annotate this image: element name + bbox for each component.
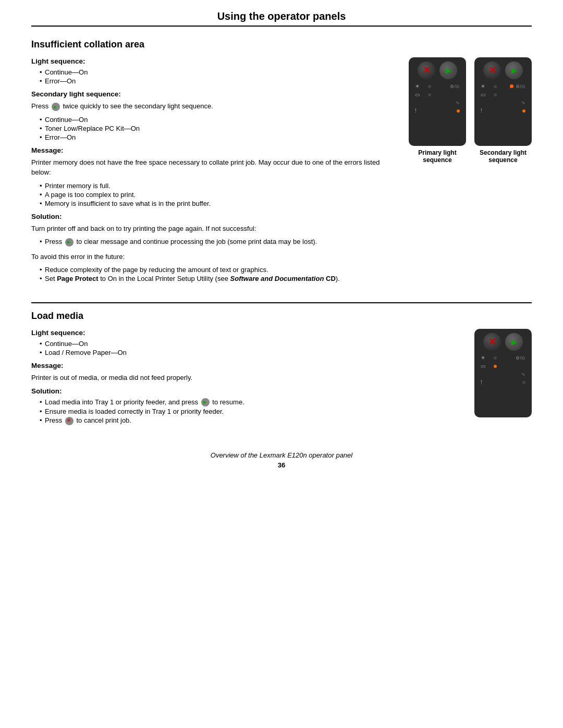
indicator-dot-l1 (494, 356, 497, 360)
toner-icon: ⚙/⊙ (450, 84, 460, 89)
primary-operator-panel: ☀ ⚙/⊙ ▭ (409, 57, 466, 146)
load-light-sequence-list: Continue—On Load / Remove Paper—On (31, 340, 464, 356)
indicator-row-2: ▭ (415, 92, 460, 97)
solution-press-list: Press to clear message and continue proc… (31, 238, 398, 246)
indicator-dot-1 (428, 85, 431, 88)
list-item: Press to clear message and continue proc… (40, 238, 398, 246)
load-media-section: Load media Light sequence: Continue—On L… (31, 311, 532, 430)
load-media-panel-image: ☀ ⚙/⊙ ▭ ∿ (474, 329, 532, 417)
indicator-error-dot-l (522, 381, 525, 384)
panel-indicators-primary: ☀ ⚙/⊙ ▭ (413, 83, 462, 114)
list-item: Set Page Protect to On in the Local Prin… (40, 275, 398, 282)
paper-icon-l: ▭ (481, 363, 485, 369)
footer: Overview of the Lexmark E120n operator p… (31, 451, 532, 469)
toner-dot-orange (510, 84, 513, 88)
paper-icon-s: ▭ (481, 92, 485, 97)
indicator-row-3: ∿ (415, 100, 460, 105)
continue-button-primary (439, 61, 457, 79)
continue-icon-load (201, 398, 210, 406)
load-solution-list: Load media into Tray 1 or priority feede… (31, 398, 464, 425)
message-list: Printer memory is full. A page is too co… (31, 182, 398, 207)
primary-panel-group: ☀ ⚙/⊙ ▭ (409, 57, 466, 164)
load-media-layout: Light sequence: Continue—On Load / Remov… (31, 329, 532, 430)
paper-icon: ▭ (415, 92, 420, 97)
light-sequence-heading: Light sequence: (31, 57, 398, 65)
footer-page: 36 (31, 461, 532, 469)
bulb-icon-s: ☀ (481, 83, 485, 89)
list-item: Error—On (40, 77, 398, 85)
error-icon-l: ! (481, 379, 482, 385)
solution-avoid-list: Reduce complexity of the page by reducin… (31, 266, 398, 282)
bulb-icon: ☀ (415, 83, 420, 89)
indicator-row-s2: ▭ (481, 92, 525, 97)
indicator-row-4: ! (415, 108, 460, 114)
list-item: Load media into Tray 1 or priority feede… (40, 398, 464, 407)
message-heading: Message: (31, 146, 398, 154)
insufficient-collation-section: Insufficient collation area Light sequen… (31, 39, 532, 288)
list-item: Memory is insufficient to save what is i… (40, 200, 398, 207)
list-item: Error—On (40, 133, 398, 141)
cancel-icon-load (65, 417, 74, 425)
footer-text: Overview of the Lexmark E120n operator p… (31, 451, 532, 459)
indicator-dot-l2 (494, 365, 497, 368)
cancel-button-secondary (483, 61, 501, 79)
list-item: A page is too complex to print. (40, 191, 398, 199)
load-media-text: Light sequence: Continue—On Load / Remov… (31, 329, 464, 430)
indicator-row-l3: ∿ (481, 372, 525, 377)
indicator-row-l1: ☀ ⚙/⊙ (481, 355, 525, 361)
indicator-row-l2: ▭ (481, 363, 525, 369)
panel-buttons-primary (418, 61, 457, 79)
error-icon: ! (415, 108, 417, 114)
secondary-label-text: Secondary light sequence (480, 149, 527, 164)
load-light-sequence-heading: Light sequence: (31, 329, 464, 337)
indicator-row-1: ☀ ⚙/⊙ (415, 83, 460, 89)
indicator-error-dot (457, 109, 460, 113)
list-item: Ensure media is loaded correctly in Tray… (40, 408, 464, 415)
continue-button-secondary (505, 61, 523, 79)
indicator-error-dot-s (522, 109, 525, 113)
toner-icon-l: ⚙/⊙ (516, 355, 525, 361)
list-item: Continue—On (40, 340, 464, 348)
solution-text2: To avoid this error in the future: (31, 252, 398, 262)
solution-text1: Turn printer off and back on to try prin… (31, 224, 398, 234)
indicator-row-l4: ! (481, 379, 525, 385)
load-operator-panel: ☀ ⚙/⊙ ▭ ∿ (474, 329, 532, 417)
indicator-dot-s1 (494, 85, 497, 88)
panel-images: ☀ ⚙/⊙ ▭ (409, 57, 532, 164)
panel-buttons-secondary (483, 61, 523, 79)
bulb-icon-l: ☀ (481, 355, 485, 361)
error-icon-s: ! (481, 108, 482, 114)
wave-icon: ∿ (456, 100, 460, 105)
insufficient-collation-layout: Light sequence: Continue—On Error—On Sec… (31, 57, 532, 288)
secondary-light-sequence-heading: Secondary light sequence: (31, 90, 398, 98)
page-title: Using the operator panels (217, 10, 346, 22)
insufficient-collation-text: Light sequence: Continue—On Error—On Sec… (31, 57, 398, 288)
indicator-dot-s2 (494, 93, 497, 96)
secondary-operator-panel: ☀ ⚙/⊙ ▭ (474, 57, 532, 146)
insufficient-collation-heading: Insufficient collation area (31, 39, 532, 50)
indicator-row-s1: ☀ ⚙/⊙ (481, 83, 525, 89)
secondary-light-sequence-intro: Press twice quickly to see the secondary… (31, 101, 398, 112)
list-item: Press to cancel print job. (40, 416, 464, 425)
light-sequence-list: Continue—On Error—On (31, 68, 398, 85)
load-media-heading: Load media (31, 311, 532, 322)
toner-icon-s: ⚙/⊙ (516, 84, 525, 89)
message-text: Printer memory does not have the free sp… (31, 157, 398, 178)
indicator-row-s4: ! (481, 108, 525, 114)
page-title-container: Using the operator panels (31, 10, 532, 27)
cancel-button-primary (418, 61, 435, 79)
list-item: Toner Low/Replace PC Kit—On (40, 125, 398, 132)
secondary-label: Secondary light sequence (477, 149, 529, 164)
panel-indicators-secondary: ☀ ⚙/⊙ ▭ (479, 83, 528, 114)
continue-icon (52, 103, 60, 111)
list-item: Continue—On (40, 68, 398, 76)
list-item: Printer memory is full. (40, 182, 398, 190)
load-media-divider (31, 302, 532, 303)
indicator-dot-2 (428, 93, 431, 96)
continue-button-load (505, 333, 523, 351)
panel-buttons-load (483, 333, 523, 351)
primary-label: Primary light sequence (411, 149, 463, 164)
list-item: Reduce complexity of the page by reducin… (40, 266, 398, 274)
list-item: Load / Remove Paper—On (40, 349, 464, 356)
primary-label-text: Primary light sequence (418, 149, 456, 164)
